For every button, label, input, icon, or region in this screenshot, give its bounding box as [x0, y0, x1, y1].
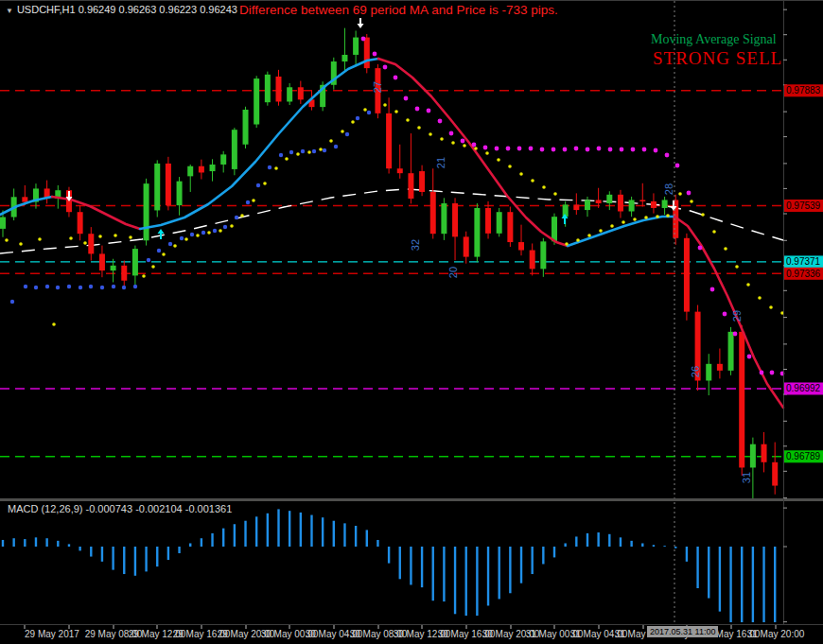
svg-text:0.96789: 0.96789 [786, 451, 821, 461]
candles [0, 28, 778, 499]
svg-text:0.97883: 0.97883 [786, 85, 821, 96]
svg-text:21: 21 [435, 157, 447, 168]
macd-histogram [3, 509, 775, 622]
ma-difference-text: Difference between 69 period MA and Pric… [239, 3, 558, 17]
symbol-dropdown-icon[interactable]: ▼ [6, 7, 13, 15]
price-axis: 0.981250.980500.979750.979000.978200.977… [783, 1, 823, 622]
svg-text:20: 20 [447, 267, 459, 278]
mt4-terminal-chart: 27213220282629310.981250.980500.979750.9… [0, 0, 823, 644]
svg-text:32: 32 [410, 239, 421, 251]
ma-signal-line [0, 59, 783, 408]
svg-text:31 May 20:00: 31 May 20:00 [747, 629, 805, 639]
svg-text:27: 27 [372, 81, 383, 93]
svg-text:0.97371: 0.97371 [786, 256, 821, 267]
svg-text:0.96992: 0.96992 [786, 383, 821, 393]
macd-indicator-label: MACD (12,26,9) -0.000743 -0.002104 -0.00… [8, 503, 232, 514]
bar-count-labels: 2721322028262931 [372, 81, 752, 483]
svg-text:-0.000904: -0.000904 [789, 1, 823, 3]
svg-text:26: 26 [690, 366, 701, 377]
ma-signal-title: Moving Average Signal [651, 32, 777, 47]
svg-text:0.97539: 0.97539 [786, 200, 821, 211]
svg-text:29: 29 [731, 310, 743, 322]
ma-signal-value: STRONG SELL [653, 48, 782, 69]
chart-canvas[interactable]: 27213220282629310.981250.980500.979750.9… [0, 1, 823, 644]
crosshair-time-label: 2017.05.31 11:00 [647, 626, 718, 637]
svg-text:28: 28 [663, 183, 674, 195]
svg-text:0.97336: 0.97336 [786, 269, 821, 279]
chart-title: USDCHF,H1 0.96249 0.96263 0.96223 0.9624… [17, 4, 237, 15]
svg-text:29 May 2017: 29 May 2017 [25, 629, 79, 639]
svg-text:31: 31 [741, 472, 752, 483]
chart-title-bar: ▼USDCHF,H1 0.96249 0.96263 0.96223 0.962… [6, 4, 237, 15]
